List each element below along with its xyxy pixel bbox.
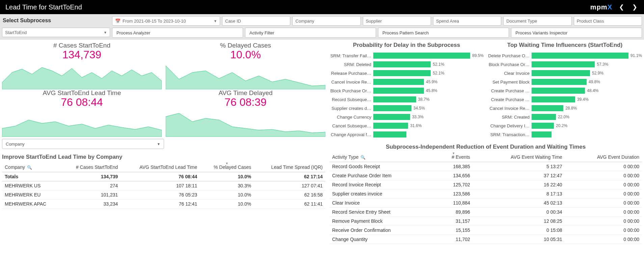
bar-row[interactable]: Release Purchase…52.1% <box>329 69 484 78</box>
bar-row[interactable]: Change Approval f… <box>329 130 484 139</box>
events-table-title: Subprocess-Independent Reduction of Even… <box>329 144 642 150</box>
bar-row[interactable]: Supplier creates d…34.5% <box>329 104 484 113</box>
search-icon[interactable]: 🔍 <box>360 155 366 160</box>
tab-process-analyzer[interactable]: Process Analyzer <box>112 28 243 38</box>
bar-row[interactable]: Cancel Subseque…31.6% <box>329 121 484 130</box>
bar-row[interactable]: Change Delivery I…20.2% <box>488 121 642 130</box>
table-row[interactable]: MEHRWERK EU101,23176 05:2310.0%62 16:58 <box>2 190 325 200</box>
bar-row[interactable]: Record Subseque…38.7% <box>329 95 484 104</box>
bar-track: 49.8% <box>532 79 642 85</box>
kpi-cases-value: 134,739 <box>2 49 162 61</box>
filter-row: Select Subprocess 📅 From 2021-08-15 To 2… <box>0 14 644 27</box>
table-row[interactable]: Record Invoice Receipt125,70216 22:400 0… <box>329 180 642 189</box>
bar-row[interactable]: Change Currency33.3% <box>329 113 484 121</box>
table-row[interactable]: Create Purchase Order Item134,65637 12:4… <box>329 171 642 180</box>
bar-track: 57.3% <box>532 61 642 67</box>
product-class-filter[interactable]: Product Class <box>574 16 642 26</box>
col-delayed[interactable]: ▼% Delayed Cases <box>200 162 254 172</box>
bar-row[interactable]: SRM: Deleted52.1% <box>329 60 484 69</box>
bar-fill <box>373 131 406 138</box>
bar-value: 91.1% <box>630 53 642 58</box>
table-row[interactable]: MEHRWERK APAC33,23476 12:4110.0%62 11:41 <box>2 200 325 209</box>
col-avg-lead[interactable]: AVG StartToEnd Lead Time <box>120 162 200 172</box>
table-row[interactable]: Supplier creates invoice123,5868 17:130 … <box>329 189 642 199</box>
bar-label: Create Purchase … <box>488 88 532 93</box>
company-dropdown[interactable]: Company ▼ <box>2 139 164 149</box>
col-dur[interactable]: AVG Event Duration <box>565 152 642 162</box>
col-company[interactable]: Company🔍 <box>2 162 61 172</box>
bar-fill <box>532 88 585 94</box>
bar-fill <box>373 114 410 120</box>
bar-row[interactable]: Delete Purchase O…91.1% <box>488 51 642 60</box>
bar-label: SRM: Transaction… <box>488 132 532 137</box>
col-label: Company <box>5 164 25 170</box>
col-wait[interactable]: AVG Event Waiting Time <box>473 152 565 162</box>
bar-fill <box>373 105 411 111</box>
bar-fill <box>532 114 556 120</box>
bar-row[interactable]: Cancel Invoice Re…28.8% <box>488 104 642 113</box>
table-row[interactable]: Record Service Entry Sheet89,8960 00:340… <box>329 208 642 217</box>
search-icon[interactable]: 🔍 <box>27 165 32 170</box>
bar-value: 52.9% <box>592 71 603 75</box>
document-type-filter[interactable]: Document Type <box>503 16 571 26</box>
bar-value: 28.8% <box>565 106 577 111</box>
sparkline-avg-lead <box>2 110 162 137</box>
bar-row[interactable]: SRM: Created22.0% <box>488 113 642 121</box>
bar-row[interactable]: Cancel Invoice Re…45.9% <box>329 78 484 86</box>
subprocess-dropdown[interactable]: StartToEnd ▼ <box>2 28 110 37</box>
col-iqr[interactable]: Lead Time Spread (IQR) <box>254 162 325 172</box>
page-title: Lead Time for StartToEnd <box>5 3 82 11</box>
bar-track: 52.1% <box>373 70 484 76</box>
bar-value: 22.0% <box>558 115 569 119</box>
col-label: Activity Type <box>332 154 358 160</box>
left-pane: # Cases StartToEnd 134,739 % Delayed Cas… <box>0 40 327 246</box>
right-pane: Probability for Delay in the Subprocess … <box>327 40 644 246</box>
supplier-filter[interactable]: Supplier <box>363 16 431 26</box>
bar-track: 48.4% <box>532 88 642 94</box>
col-activity[interactable]: Activity Type🔍 <box>329 152 434 162</box>
prev-icon[interactable]: ❮ <box>618 3 625 11</box>
chevron-down-icon: ▼ <box>157 142 160 146</box>
bar-row[interactable]: SRM: Transaction… <box>488 130 642 139</box>
tab-process-pattern-search[interactable]: Process Pattern Search <box>378 28 509 38</box>
col-cases[interactable]: # Cases StartToEnd <box>61 162 121 172</box>
bar-fill <box>532 79 587 85</box>
table-row[interactable]: Remove Payment Block31,15712 08:250 00:0… <box>329 217 642 226</box>
kpi-avg-lead-title: AVG StartToEnd Lead Time <box>2 89 162 97</box>
bar-value: 57.3% <box>597 62 608 67</box>
table-row[interactable]: MEHRWERK US274107 18:1130.3%127 07:41 <box>2 181 325 190</box>
bar-fill <box>373 123 408 129</box>
col-events[interactable]: ▼# Events <box>434 152 473 162</box>
table-row[interactable]: Change Quantity11,70210 05:310 00:00 <box>329 235 642 244</box>
bar-row[interactable]: Block Purchase Or…45.8% <box>329 86 484 95</box>
kpi-delayed-title: % Delayed Cases <box>166 42 325 49</box>
tab-activity-filter[interactable]: Activity Filter <box>245 28 376 38</box>
document-type-label: Document Type <box>506 19 537 24</box>
table-row[interactable]: Receive Order Confirmation15,1550 15:080… <box>329 226 642 235</box>
chart-delay-probability: Probability for Delay in the Subprocess … <box>329 42 484 139</box>
bar-value: 52.1% <box>433 71 444 75</box>
bar-row[interactable]: Block Purchase Or…57.3% <box>488 60 642 69</box>
bar-fill <box>373 70 431 76</box>
spend-area-filter[interactable]: Spend Area <box>433 16 501 26</box>
bar-row[interactable]: Clear Invoice52.9% <box>488 69 642 78</box>
company-filter[interactable]: Company <box>292 16 360 26</box>
date-range-filter[interactable]: 📅 From 2021-08-15 To 2023-10-10 ▼ <box>112 16 220 26</box>
bar-label: Supplier creates d… <box>329 106 373 111</box>
bar-row[interactable]: Create Purchase …39.4% <box>488 95 642 104</box>
case-id-filter[interactable]: Case ID <box>222 16 290 26</box>
bar-row[interactable]: Create Purchase …48.4% <box>488 86 642 95</box>
bar-fill <box>373 53 470 59</box>
bar-row[interactable]: Set Payment Block49.8% <box>488 78 642 86</box>
tab-process-variants-inspector[interactable]: Process Variants Inspector <box>511 28 642 38</box>
bar-label: Change Delivery I… <box>488 123 532 128</box>
table-row[interactable]: Clear Invoice110,88445 02:130 00:00 <box>329 199 642 208</box>
sparkline-avg-delay <box>166 110 325 137</box>
bar-row[interactable]: SRM: Transfer Fail…89.5% <box>329 51 484 60</box>
bar-fill <box>532 105 563 111</box>
table-row[interactable]: Record Goods Receipt168,3855 13:270 00:0… <box>329 162 642 171</box>
bar-label: Change Currency <box>329 115 373 120</box>
chart-waiting-influencers: Top Waiting Time Influencers (StartToEnd… <box>488 42 642 139</box>
next-icon[interactable]: ❯ <box>631 3 639 11</box>
select-subprocess-label-block: Select Subprocess <box>2 16 110 25</box>
